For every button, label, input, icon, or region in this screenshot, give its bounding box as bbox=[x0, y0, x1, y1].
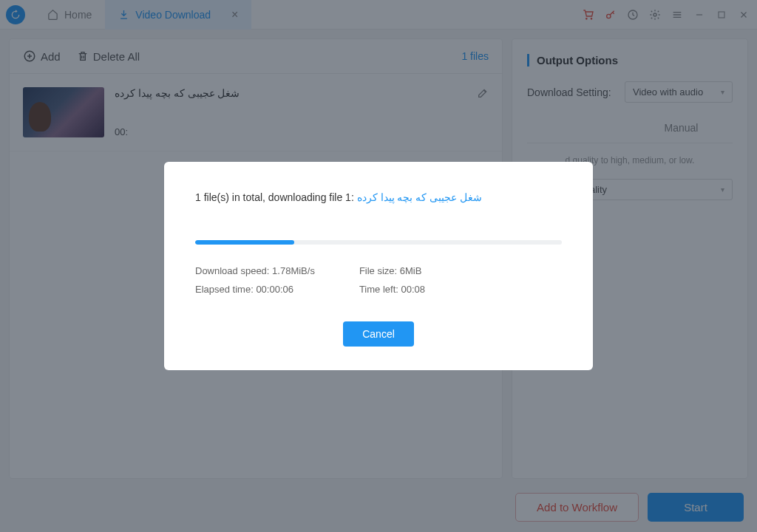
file-size: File size: 6MiB bbox=[359, 265, 425, 276]
download-stats: Download speed: 1.78MiB/s Elapsed time: … bbox=[195, 265, 562, 295]
modal-prefix: 1 file(s) in total, downloading file 1: bbox=[195, 191, 357, 203]
elapsed-time: Elapsed time: 00:00:06 bbox=[195, 284, 315, 295]
progress-fill bbox=[195, 240, 294, 245]
modal-actions: Cancel bbox=[195, 321, 562, 347]
modal-filename: شغل عجیبی که بچه پیدا کرده bbox=[357, 191, 482, 203]
time-left: Time left: 00:08 bbox=[359, 284, 425, 295]
progress-bar bbox=[195, 240, 562, 245]
download-speed: Download speed: 1.78MiB/s bbox=[195, 265, 315, 276]
modal-overlay: 1 file(s) in total, downloading file 1: … bbox=[0, 0, 757, 532]
download-progress-modal: 1 file(s) in total, downloading file 1: … bbox=[164, 162, 593, 370]
modal-message: 1 file(s) in total, downloading file 1: … bbox=[195, 191, 562, 203]
cancel-button[interactable]: Cancel bbox=[343, 321, 414, 347]
